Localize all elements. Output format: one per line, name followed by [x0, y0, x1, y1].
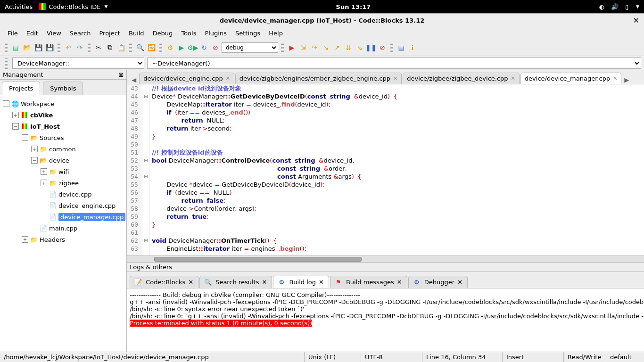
log-tab-debugger[interactable]: ⚙Debugger✕: [408, 276, 468, 288]
tree-headers[interactable]: +📁Headers: [1, 234, 125, 245]
scope-grip[interactable]: [5, 58, 8, 69]
toolbar-grip-5[interactable]: [159, 42, 162, 53]
tree-sources[interactable]: −📂Sources: [1, 132, 125, 143]
info-icon[interactable]: ℹ: [407, 42, 418, 53]
stop-debug-icon[interactable]: ⊘: [377, 42, 388, 53]
editor-hscrollbar[interactable]: [127, 255, 644, 262]
debug-windows-icon[interactable]: ▤: [396, 42, 406, 53]
tree-project-cbvike[interactable]: +cbVike: [1, 109, 125, 121]
build-icon[interactable]: ⚙: [165, 42, 175, 53]
step-into-icon[interactable]: ↘: [321, 42, 331, 53]
toolbar-grip-6[interactable]: [281, 42, 284, 53]
class-scope-select[interactable]: DeviceManager::: [12, 58, 144, 69]
replace-icon[interactable]: 🔁: [146, 42, 157, 53]
toolbar-grip-3[interactable]: [88, 42, 91, 53]
menu-debug[interactable]: Debug: [149, 28, 177, 38]
fold-column[interactable]: ⊟⊟⊟⊟: [142, 84, 150, 255]
tree-workspace[interactable]: −🌐Workspace: [1, 98, 125, 109]
break-icon[interactable]: ❚❚: [366, 42, 376, 53]
step-into-instr-icon[interactable]: ⇘: [355, 42, 365, 53]
log-tab-build-log[interactable]: ⚙Build log✕: [273, 276, 329, 288]
code-lines[interactable]: //! 根据device id找到设备对象 Device* DeviceMana…: [150, 84, 644, 255]
log-body[interactable]: -------------- Build: debug in cbVike (c…: [127, 288, 644, 352]
step-out-icon[interactable]: ↗: [332, 42, 342, 53]
tree-file-device-cpp[interactable]: 📄device.cpp: [1, 189, 125, 200]
tree-file-device-engine-cpp[interactable]: 📄device_engine.cpp: [1, 200, 125, 211]
save-icon[interactable]: 💾: [33, 42, 43, 53]
copy-icon[interactable]: ⧉: [105, 42, 115, 53]
toolbar-grip[interactable]: [5, 42, 8, 53]
notes-icon: 📝: [135, 279, 141, 286]
find-icon[interactable]: 🔍: [135, 42, 145, 53]
tree-folder-zigbee[interactable]: +📁zigbee: [1, 177, 125, 189]
tree-folder-wifi[interactable]: +📁wifi: [1, 166, 125, 177]
tree-project-iot-host[interactable]: −IoT_Host: [1, 121, 125, 132]
menu-file[interactable]: File: [4, 28, 22, 38]
folder-open-icon: 📂: [40, 156, 47, 164]
tree-folder-device[interactable]: −📂device: [1, 155, 125, 166]
menu-edit[interactable]: Edit: [23, 28, 42, 38]
undo-icon[interactable]: ↶: [63, 42, 74, 53]
tab-scroll-right-icon[interactable]: ▶: [622, 75, 631, 84]
battery-icon[interactable]: ▯: [625, 3, 628, 10]
toolbar-grip-7[interactable]: [390, 42, 393, 53]
menu-plugins[interactable]: Plugins: [201, 28, 231, 38]
menu-tools[interactable]: Tools: [177, 28, 200, 38]
save-all-icon[interactable]: 💾: [44, 42, 55, 53]
editor-tab-3[interactable]: device/device_manager.cpp✕: [520, 73, 622, 84]
build-run-icon[interactable]: ⚙▶: [188, 42, 198, 53]
menu-help[interactable]: Help: [265, 28, 287, 38]
run-icon[interactable]: ▶: [176, 42, 187, 53]
abort-icon[interactable]: ⊘: [210, 42, 221, 53]
code-editor[interactable]: 4344454647484950515253545556575859606162…: [127, 84, 644, 255]
log-tab-codeblocks[interactable]: 📝Code::Blocks✕: [130, 276, 198, 288]
method-scope-select[interactable]: ~DeviceManager(): [147, 58, 641, 69]
redo-icon[interactable]: ↷: [74, 42, 85, 53]
log-tab-build-messages[interactable]: ⚑Build messages✕: [330, 276, 407, 288]
paste-icon[interactable]: 📋: [116, 42, 126, 53]
scope-bar: DeviceManager:: ~DeviceManager(): [0, 56, 644, 70]
menu-view[interactable]: View: [43, 28, 65, 38]
tree-file-device-manager-cpp[interactable]: 📄device_manager.cpp: [1, 211, 125, 222]
close-icon[interactable]: ✕: [393, 75, 397, 82]
debug-start-icon[interactable]: ▶: [287, 42, 297, 53]
build-target-select[interactable]: debug: [222, 42, 278, 53]
menu-search[interactable]: Search: [66, 28, 95, 38]
log-tabs: 📝Code::Blocks✕ 🔍Search results✕ ⚙Build l…: [127, 272, 644, 288]
activities-button[interactable]: Activities: [5, 3, 33, 10]
close-icon[interactable]: ✕: [613, 75, 617, 82]
system-menu-arrow-icon[interactable]: ▼: [636, 4, 639, 9]
editor-tab-1[interactable]: device/zigbee/engines/ember_zigbee_engin…: [235, 73, 402, 84]
app-menu[interactable]: Code::Blocks IDE▼: [39, 3, 107, 10]
window-close-button[interactable]: ✕: [633, 16, 639, 25]
editor-tab-0[interactable]: device/device_engine.cpp✕: [139, 73, 234, 84]
editor-tab-2[interactable]: device/zigbee/zigbee_device.cpp✕: [403, 73, 520, 84]
run-to-cursor-icon[interactable]: ⇲: [298, 42, 308, 53]
tree-folder-common[interactable]: +📁common: [1, 143, 125, 155]
menu-settings[interactable]: Settings: [231, 28, 264, 38]
toolbar-grip-4[interactable]: [129, 42, 132, 53]
menu-build[interactable]: Build: [125, 28, 148, 38]
next-line-icon[interactable]: ↷: [309, 42, 320, 53]
toolbar-grip-2[interactable]: [58, 42, 60, 53]
volume-icon[interactable]: 🔊: [611, 3, 619, 10]
cut-icon[interactable]: ✂: [93, 42, 104, 53]
status-encoding: UTF-8: [361, 352, 422, 362]
file-icon: 📄: [40, 224, 47, 232]
new-file-icon[interactable]: ▤: [10, 42, 21, 53]
tab-scroll-left-icon[interactable]: ◀: [130, 75, 138, 84]
close-icon[interactable]: ✕: [226, 75, 230, 82]
close-icon[interactable]: ✕: [511, 75, 515, 82]
next-instr-icon[interactable]: ⇊: [343, 42, 354, 53]
tab-projects[interactable]: Projects: [2, 82, 40, 95]
tree-file-main-cpp[interactable]: 📄main.cpp: [1, 222, 125, 234]
status-caret: Line 16, Column 34: [422, 352, 503, 362]
management-close-icon[interactable]: ⊠: [118, 71, 124, 78]
tab-symbols[interactable]: Symbols: [43, 82, 83, 95]
menu-project[interactable]: Project: [95, 28, 124, 38]
accessibility-icon[interactable]: ◐: [599, 3, 604, 10]
open-file-icon[interactable]: 📂: [22, 42, 32, 53]
log-tab-search[interactable]: 🔍Search results✕: [199, 276, 272, 288]
rebuild-icon[interactable]: ↻: [199, 42, 209, 53]
search-icon: 🔍: [205, 279, 211, 286]
